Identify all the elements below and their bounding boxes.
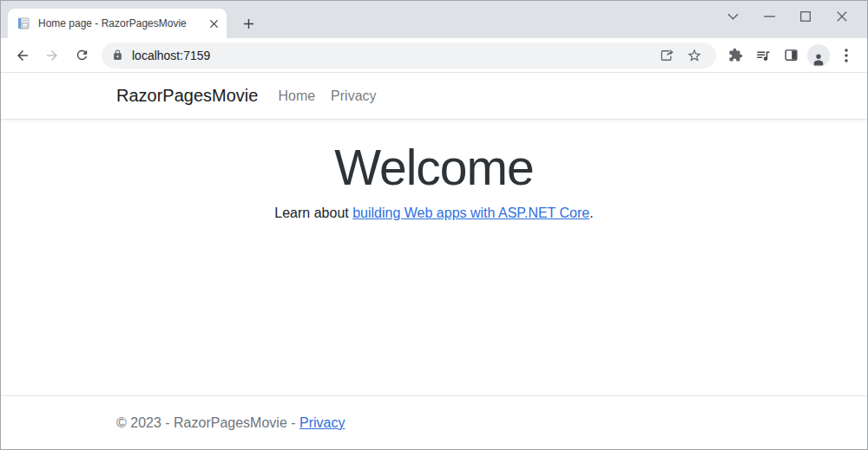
navbar-links: Home Privacy [270, 88, 384, 104]
copyright-prefix: © 2023 - RazorPagesMovie - [116, 415, 299, 430]
intro-prefix: Learn about [274, 205, 352, 220]
back-button[interactable] [8, 41, 37, 70]
tutorial-link[interactable]: building Web apps with ASP.NET Core [352, 205, 589, 220]
url-text[interactable]: localhost:7159 [132, 49, 650, 62]
browser-tab[interactable]: Home page - RazorPagesMovie [8, 9, 227, 38]
intro-text: Learn about building Web apps with ASP.N… [1, 205, 867, 221]
footer-privacy-link[interactable]: Privacy [299, 415, 345, 430]
person-icon [807, 44, 830, 67]
nav-link-home[interactable]: Home [270, 88, 323, 103]
extensions-puzzle-icon[interactable] [721, 42, 749, 69]
site-footer: © 2023 - RazorPagesMovie - Privacy [1, 395, 867, 449]
tab-title: Home page - RazorPagesMovie [38, 17, 206, 29]
forward-button[interactable] [37, 41, 67, 70]
media-controls-icon[interactable] [749, 42, 777, 69]
profile-avatar[interactable] [805, 42, 832, 69]
tab-close-icon[interactable] [206, 16, 221, 31]
page-viewport: RazorPagesMovie Home Privacy Welcome Lea… [1, 73, 867, 449]
lock-icon[interactable] [112, 49, 123, 61]
browser-menu-icon[interactable] [832, 42, 860, 69]
share-icon[interactable] [655, 44, 678, 67]
window-close-button[interactable] [824, 5, 860, 28]
window-minimize-button[interactable] [751, 5, 787, 28]
side-panel-icon[interactable] [777, 42, 805, 69]
intro-suffix: . [589, 205, 593, 220]
browser-toolbar: localhost:7159 [1, 38, 867, 73]
reload-button[interactable] [67, 41, 96, 70]
browser-window: Home page - RazorPagesMovie [0, 0, 868, 450]
site-navbar: RazorPagesMovie Home Privacy [1, 73, 867, 120]
tab-search-chevron-icon[interactable] [714, 5, 751, 28]
main-content: Welcome Learn about building Web apps wi… [1, 120, 867, 395]
window-maximize-button[interactable] [787, 5, 824, 28]
window-controls [714, 5, 860, 28]
favicon-icon [16, 16, 30, 30]
nav-link-privacy[interactable]: Privacy [323, 88, 384, 103]
copyright-text: © 2023 - RazorPagesMovie - Privacy [116, 415, 345, 430]
page-title: Welcome [1, 139, 867, 196]
navbar-brand[interactable]: RazorPagesMovie [116, 86, 258, 106]
tab-strip: Home page - RazorPagesMovie [1, 1, 867, 38]
new-tab-button[interactable] [237, 12, 260, 35]
bookmark-star-icon[interactable] [683, 44, 706, 67]
address-bar[interactable]: localhost:7159 [102, 42, 716, 68]
